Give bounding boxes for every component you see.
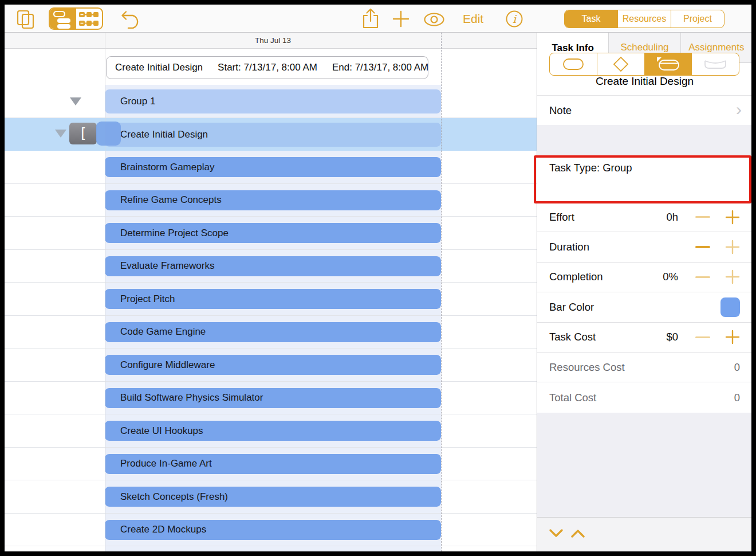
total-cost-label: Total Cost [549,391,596,404]
bar-drag-handle[interactable] [96,122,121,146]
hammock-icon [702,56,729,72]
task-date-callout: Create Initial Design Start: 7/13/17, 8:… [106,56,428,79]
bar-color-swatch[interactable] [720,297,740,317]
total-cost-value: 0 [734,391,740,404]
callout-task-name: Create Initial Design [115,62,203,73]
bar-label: Sketch Concepts (Fresh) [120,491,228,503]
resources-cost-label: Resources Cost [549,361,625,374]
effort-row: Effort 0h [537,202,751,232]
plus-stepper-icon[interactable] [725,330,740,344]
view-switcher [49,7,103,30]
total-cost-row: Total Cost 0 [537,382,751,412]
gantt-bar[interactable]: Project Pitch [105,289,441,309]
network-view-button[interactable] [76,9,103,29]
task-type-segments [549,53,739,76]
gantt-bar[interactable]: Build Software Physics Simulator [105,388,441,408]
callout-end: End: 7/13/17, 8:00 AM [332,62,428,73]
inspector-mode-segments: Task Resources Project [564,10,724,28]
share-icon[interactable] [361,8,380,30]
resources-cost-value: 0 [734,361,740,374]
plus-stepper-icon[interactable] [725,240,740,254]
minus-stepper-icon[interactable] [695,336,710,339]
bar-color-row: Bar Color [537,292,751,322]
gantt-bar-selected[interactable]: Create Initial Design [105,123,441,147]
effort-value[interactable]: 0h [666,211,678,224]
chevron-down-icon[interactable] [549,528,564,538]
gantt-view-button[interactable] [50,9,76,29]
bar-label: Create Initial Design [120,129,208,140]
plus-stepper-icon[interactable] [725,269,740,284]
task-type-section: Task Type: Group [537,155,751,202]
bar-color-label: Bar Color [549,301,594,314]
bar-label: Brainstorm Gameplay [120,162,214,173]
task-pill-icon [560,56,587,72]
toolbar: Edit i Task Resources Project [5,5,751,33]
gantt-area: Thu Jul 13 Create Initial Design Start: … [5,33,537,551]
gantt-bar[interactable]: Brainstorm Gameplay [105,157,441,177]
gantt-bar[interactable]: Group 1 [105,89,441,113]
gantt-bar[interactable]: Create UI Hookups [105,421,441,441]
callout-start: Start: 7/13/17, 8:00 AM [218,62,317,73]
gantt-bar[interactable]: Create 2D Mockups [105,520,441,540]
task-cost-row: Task Cost $0 [537,323,751,353]
bar-label: Configure Middleware [120,359,215,371]
task-type-hammock-button[interactable] [691,53,739,75]
bar-label: Group 1 [120,96,155,107]
tab-task[interactable]: Task [565,10,617,28]
duration-label: Duration [549,241,589,253]
bar-label: Code Game Engine [120,326,206,338]
gantt-bar[interactable]: Configure Middleware [105,355,441,375]
tab-project[interactable]: Project [671,10,724,28]
edit-button[interactable]: Edit [463,12,483,26]
bar-label: Project Pitch [120,293,175,305]
info-icon[interactable]: i [505,10,523,28]
task-type-normal-button[interactable] [550,53,597,75]
task-type-label: Task Type: Group [537,155,751,174]
tab-resources[interactable]: Resources [617,10,671,28]
gantt-view-icon [52,9,74,29]
bracket-glyph: [ [79,126,87,142]
minus-stepper-icon[interactable] [695,216,710,218]
gantt-bar[interactable]: Refine Game Concepts [105,190,441,210]
bar-label: Determine Project Scope [120,228,229,239]
completion-value[interactable]: 0% [663,271,678,283]
bar-label: Build Software Physics Simulator [120,392,263,404]
group-drag-handle[interactable]: [ [69,123,97,144]
task-type-milestone-button[interactable] [597,53,644,75]
row-separators [5,85,537,551]
disclosure-triangle-create-initial-design[interactable] [55,130,66,138]
undo-icon[interactable] [117,10,141,29]
minus-stepper-icon[interactable] [695,276,710,279]
milestone-diamond-icon [612,55,630,73]
plus-stepper-icon[interactable] [725,210,740,225]
outline-column-divider[interactable] [105,33,105,551]
app-window: Edit i Task Resources Project Thu Jul 13… [5,5,751,551]
completion-label: Completion [549,271,603,283]
svg-text:i: i [513,13,517,25]
inspector-panel: Task Info Scheduling Assignments Create … [537,33,751,551]
inspector-rows: Effort 0h Duration Completion 0% Bar Col… [537,202,751,413]
duration-row: Duration [537,232,751,262]
bar-label: Evaluate Frameworks [120,260,214,272]
gantt-bar[interactable]: Evaluate Frameworks [105,256,441,276]
minus-stepper-icon[interactable] [695,246,710,248]
date-marker-dashed-line [441,33,442,551]
task-cost-value[interactable]: $0 [666,331,678,343]
network-view-icon [77,9,101,29]
note-row[interactable]: Note › [537,95,751,125]
task-cost-label: Task Cost [549,331,596,343]
gantt-bar[interactable]: Code Game Engine [105,322,441,342]
group-bar-icon [653,56,683,73]
task-type-group-button[interactable] [644,53,692,75]
chevron-up-icon[interactable] [570,528,585,538]
gantt-bar[interactable]: Sketch Concepts (Fresh) [105,487,441,507]
disclosure-triangle-group1[interactable] [70,97,81,105]
add-icon[interactable] [392,10,410,28]
eye-icon[interactable] [423,12,446,27]
timeline-date-label: Thu Jul 13 [105,36,441,45]
note-label: Note [549,104,572,117]
bar-label: Refine Game Concepts [120,194,222,206]
gantt-bar[interactable]: Determine Project Scope [105,223,441,243]
gantt-bar[interactable]: Produce In-Game Art [105,454,441,474]
copy-icon[interactable] [15,9,36,30]
